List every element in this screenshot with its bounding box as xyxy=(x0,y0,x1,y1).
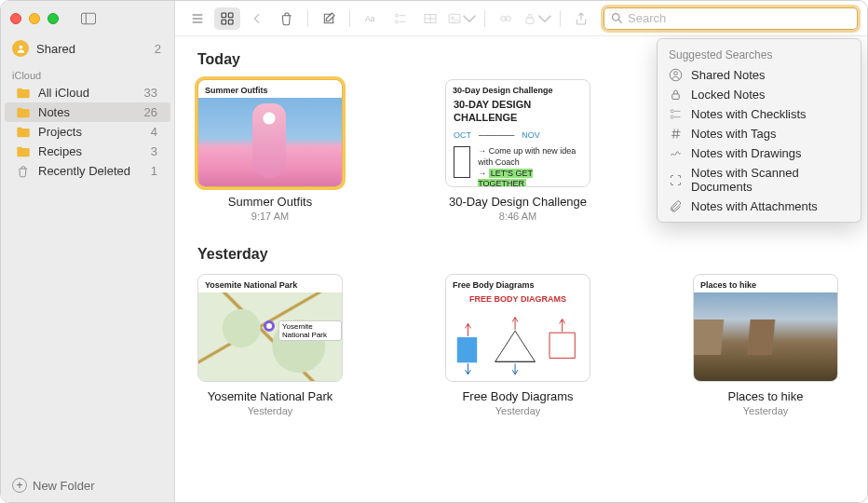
sidebar-shared[interactable]: Shared 2 xyxy=(1,36,174,61)
chevron-left-icon xyxy=(250,11,264,26)
sidebar-shared-label: Shared xyxy=(36,42,75,56)
checklist-icon xyxy=(393,11,408,26)
folder-count: 4 xyxy=(151,125,157,139)
svg-rect-17 xyxy=(457,337,477,362)
note-thumbnail[interactable]: Yosemite National Park Yosemite National… xyxy=(197,274,343,382)
new-folder-label: New Folder xyxy=(33,479,94,493)
lock-button[interactable] xyxy=(522,7,552,30)
sidebar-folder-notes[interactable]: Notes 26 xyxy=(5,102,170,122)
lock-icon xyxy=(522,11,537,26)
suggestion-label: Notes with Tags xyxy=(691,127,777,141)
note-time: Yesterday xyxy=(693,405,838,416)
svg-point-2 xyxy=(19,45,22,48)
back-button[interactable] xyxy=(244,7,270,30)
checklist-icon xyxy=(669,107,683,121)
note-time: Yesterday xyxy=(197,405,343,416)
svg-point-21 xyxy=(671,110,673,113)
note-thumbnail[interactable]: Places to hike xyxy=(693,274,838,382)
map-pin-icon xyxy=(264,320,275,332)
note-title: Places to hike xyxy=(693,389,838,403)
table-button[interactable] xyxy=(417,7,443,30)
note-thumbnail[interactable]: Free Body Diagrams FREE BODY DIAGRAMS xyxy=(445,274,590,382)
table-icon xyxy=(423,11,438,26)
suggestion-locked-notes[interactable]: Locked Notes xyxy=(658,85,861,104)
thumb-image: FREE BODY DIAGRAMS xyxy=(446,292,590,382)
view-gallery-button[interactable] xyxy=(214,7,240,30)
svg-point-8 xyxy=(396,14,399,17)
share-button[interactable] xyxy=(568,7,594,30)
new-folder-button[interactable]: + New Folder xyxy=(1,469,174,502)
scan-icon xyxy=(669,173,683,187)
note-card[interactable]: Free Body Diagrams FREE BODY DIAGRAMS Fr… xyxy=(445,274,590,416)
note-thumbnail[interactable]: Summer Outfits xyxy=(197,79,343,187)
search-icon xyxy=(610,11,624,25)
suggestion-scanned[interactable]: Notes with Scanned Documents xyxy=(658,163,861,197)
note-thumbnail[interactable]: 30-Day Design Challenge 30-DAY DESIGN CH… xyxy=(445,79,590,187)
checklist-button[interactable] xyxy=(387,7,414,30)
suggestion-label: Locked Notes xyxy=(691,88,766,102)
suggestions-heading: Suggested Searches xyxy=(658,45,861,65)
toolbar: Aa xyxy=(175,1,867,36)
suggestion-attachments[interactable]: Notes with Attachments xyxy=(658,197,861,216)
thumb-image: Yosemite National Park xyxy=(198,292,342,382)
folder-count: 26 xyxy=(144,105,157,119)
svg-point-12 xyxy=(452,17,454,20)
note-title: Summer Outfits xyxy=(197,195,343,209)
search-input[interactable] xyxy=(604,7,858,30)
shared-badge-icon xyxy=(12,40,29,57)
share-icon xyxy=(574,11,589,26)
suggestion-shared-notes[interactable]: Shared Notes xyxy=(658,65,861,85)
thumb-title: Free Body Diagrams xyxy=(446,275,590,292)
sidebar-folder-recently-deleted[interactable]: Recently Deleted 1 xyxy=(5,161,170,181)
thumb-title: Summer Outfits xyxy=(198,80,342,98)
delete-button[interactable] xyxy=(274,7,300,30)
note-card[interactable]: Summer Outfits Summer Outfits 9:17 AM xyxy=(197,79,343,222)
suggestion-drawings[interactable]: Notes with Drawings xyxy=(658,143,861,163)
svg-rect-0 xyxy=(81,13,95,24)
trash-icon xyxy=(279,11,294,26)
note-time: 8:46 AM xyxy=(445,211,590,222)
paperclip-icon xyxy=(669,199,683,213)
folder-label: All iCloud xyxy=(38,86,89,100)
media-button[interactable] xyxy=(447,7,477,30)
suggestion-label: Notes with Drawings xyxy=(691,146,802,160)
new-note-button[interactable] xyxy=(316,7,342,30)
grid-icon xyxy=(220,11,235,26)
close-window-button[interactable] xyxy=(10,13,21,24)
toggle-sidebar-button[interactable] xyxy=(75,7,102,30)
folder-label: Notes xyxy=(38,105,70,119)
sidebar-folder-projects[interactable]: Projects 4 xyxy=(5,122,170,142)
thumb-image xyxy=(198,98,342,187)
folder-icon xyxy=(16,126,31,139)
sidebar-shared-count: 2 xyxy=(155,42,161,56)
link-note-button[interactable] xyxy=(493,7,519,30)
search-suggestions-dropdown: Suggested Searches Shared Notes Locked N… xyxy=(657,38,861,223)
svg-rect-4 xyxy=(228,13,233,18)
svg-rect-15 xyxy=(526,18,534,23)
section-title-yesterday: Yesterday xyxy=(197,246,845,263)
sidebar-folder-recipes[interactable]: Recipes 3 xyxy=(5,142,170,161)
folder-label: Recently Deleted xyxy=(38,164,130,178)
hashtag-icon xyxy=(669,127,683,141)
svg-point-19 xyxy=(674,72,678,75)
format-button[interactable]: Aa xyxy=(358,7,384,30)
thumb-title: Yosemite National Park xyxy=(198,275,342,292)
chevron-down-icon xyxy=(462,11,477,26)
folder-count: 33 xyxy=(144,86,157,100)
chevron-down-icon xyxy=(537,11,552,26)
note-card[interactable]: 30-Day Design Challenge 30-DAY DESIGN CH… xyxy=(445,79,590,222)
minimize-window-button[interactable] xyxy=(29,13,40,24)
note-card[interactable]: Yosemite National Park Yosemite National… xyxy=(197,274,343,416)
sidebar-folder-all-icloud[interactable]: All iCloud 33 xyxy=(5,83,170,102)
note-card[interactable]: Places to hike Places to hike Yesterday xyxy=(693,274,838,416)
suggestion-label: Shared Notes xyxy=(691,68,766,82)
folder-icon xyxy=(16,87,31,100)
suggestion-tags[interactable]: Notes with Tags xyxy=(658,124,861,143)
suggestion-checklists[interactable]: Notes with Checklists xyxy=(658,104,861,124)
folder-count: 3 xyxy=(151,144,157,158)
svg-point-9 xyxy=(396,20,399,22)
sidebar-section-label: iCloud xyxy=(1,61,174,83)
zoom-window-button[interactable] xyxy=(47,13,59,24)
view-list-button[interactable] xyxy=(184,7,210,30)
thumb-image xyxy=(694,292,837,382)
